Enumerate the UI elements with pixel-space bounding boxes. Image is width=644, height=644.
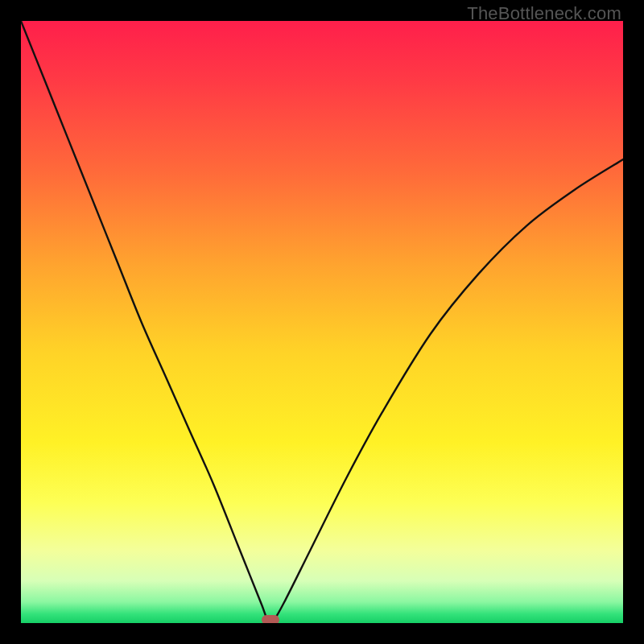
plot-area xyxy=(21,21,623,623)
chart-frame: TheBottleneck.com xyxy=(0,0,644,644)
bottleneck-curve xyxy=(21,21,623,623)
optimal-point-marker xyxy=(262,615,279,623)
